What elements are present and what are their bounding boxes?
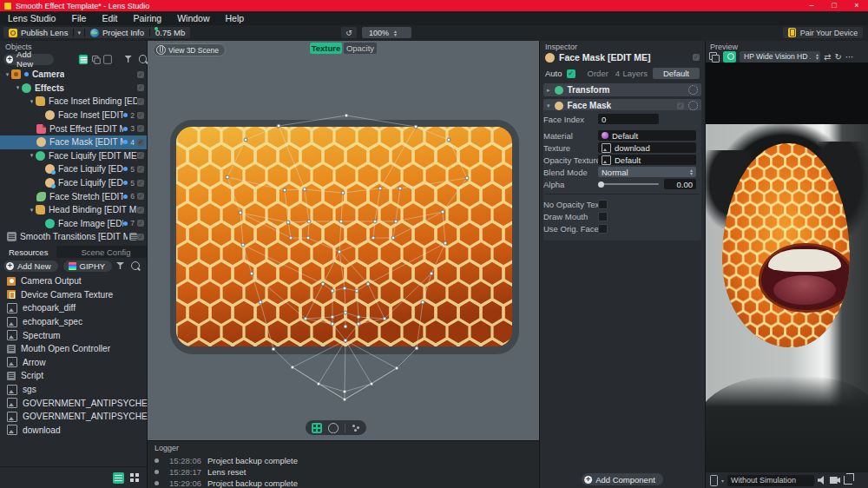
record-icon[interactable] (830, 477, 840, 484)
filter-icon[interactable] (116, 262, 124, 269)
device-preview-icon[interactable] (710, 475, 718, 486)
screens-icon[interactable] (709, 52, 720, 62)
loop-icon[interactable]: ⇄ (824, 52, 831, 62)
camera-device-select[interactable]: HP Wide Vision HD ... ▴▾ (740, 51, 820, 63)
resource-item[interactable]: sgs (0, 383, 147, 397)
tab-texture[interactable]: Texture (310, 43, 342, 54)
tree-item-face-inset-binding[interactable]: ▾ Face Inset Binding [EDIT ME] ✓ (0, 95, 147, 109)
collapse-arrow[interactable]: ▾ (547, 102, 550, 109)
webcam-source-icon[interactable] (723, 51, 736, 63)
layers-default-button[interactable]: Default (653, 68, 700, 79)
indent-view-icon[interactable] (103, 55, 112, 63)
pair-your-device-button[interactable]: Pair Your Device (783, 27, 863, 38)
scene-view[interactable]: View 3D Scene Texture Opacity (148, 41, 539, 440)
blend-mode-stepper[interactable]: ▴▾ (690, 168, 693, 175)
face-index-input[interactable]: 0 (598, 114, 659, 124)
draw-mouth-checkbox[interactable] (598, 212, 608, 221)
enabled-toggle[interactable]: ✓ (137, 220, 144, 227)
resource-item[interactable]: Spectrum (0, 328, 147, 342)
tree-item-face-liquify[interactable]: ▾ Face Liquify [EDIT ME] ✓ (0, 149, 147, 163)
enabled-toggle[interactable]: ✓ (137, 193, 144, 200)
expand-arrow[interactable]: ▾ (3, 71, 11, 78)
log-row[interactable]: 15:29:06 Project backup complete (148, 478, 539, 488)
tree-item-face-liquify-child[interactable]: Face Liquify [EDIT M 5 ✓ (0, 162, 147, 176)
face-outline-toggle[interactable] (328, 423, 339, 433)
menu-pairing[interactable]: Pairing (125, 11, 169, 25)
use-orig-face-checkbox[interactable] (598, 224, 608, 234)
entity-enabled-toggle[interactable]: ✓ (693, 54, 700, 61)
resource-item[interactable]: Script (0, 369, 147, 383)
giphy-button[interactable]: GIPHY (63, 260, 113, 272)
enabled-toggle[interactable]: ✓ (137, 125, 144, 132)
enabled-toggle[interactable]: ✓ (137, 84, 144, 91)
reset-preview-icon[interactable]: ↻ (834, 52, 841, 62)
expand-arrow[interactable]: ▾ (28, 207, 36, 214)
enabled-toggle[interactable]: ✓ (137, 71, 144, 78)
list-view-toggle[interactable] (113, 472, 124, 484)
alpha-value-input[interactable]: 0.00 (664, 179, 696, 189)
tree-item-face-image[interactable]: Face Image [EDIT M 7 ✓ (0, 217, 147, 231)
enabled-toggle[interactable]: ✓ (137, 139, 144, 146)
no-opacity-checkbox[interactable] (598, 200, 608, 209)
snapshot-icon[interactable] (844, 476, 852, 485)
auto-checkbox[interactable]: ✓ (567, 69, 575, 78)
more-options-icon[interactable]: ⋯ (845, 52, 854, 62)
tree-item-effects[interactable]: ▾ Effects ✓ (0, 82, 147, 96)
publish-dropdown-button[interactable]: ▾ (74, 27, 84, 38)
enabled-toggle[interactable]: ✓ (137, 180, 144, 187)
filter-icon[interactable] (125, 56, 132, 63)
search-icon[interactable] (131, 261, 140, 270)
honeycomb-texture[interactable] (176, 127, 512, 346)
device-chevron-icon[interactable]: ▾ (721, 478, 724, 484)
tree-item-face-liquify-child[interactable]: Face Liquify [EDIT M 5 ✓ (0, 176, 147, 190)
mesh-points-toggle[interactable] (352, 424, 360, 432)
add-component-button[interactable]: + Add Component (582, 473, 663, 485)
menu-help[interactable]: Help (218, 11, 253, 25)
opacity-texture-field[interactable]: Default (598, 155, 696, 165)
publish-lens-button[interactable]: Publish Lens (3, 27, 73, 38)
expand-arrow[interactable]: ▾ (14, 84, 22, 91)
minimize-button[interactable]: – (800, 0, 823, 11)
tree-item-camera[interactable]: ▾ Camera ✓ (0, 68, 147, 82)
zoom-select[interactable]: 100% ▴▾ (362, 27, 411, 38)
resource-item[interactable]: download (0, 424, 147, 438)
expand-arrow[interactable]: ▾ (28, 98, 36, 105)
menu-file[interactable]: File (63, 11, 94, 25)
zoom-stepper[interactable]: ▴▾ (394, 30, 397, 36)
search-icon[interactable] (139, 55, 147, 63)
enabled-toggle[interactable]: ✓ (137, 234, 144, 241)
logger-rows[interactable]: 15:28:06 Project backup complete 15:28:1… (148, 455, 539, 488)
audio-icon[interactable] (818, 476, 826, 485)
enabled-toggle[interactable]: ✓ (137, 98, 144, 105)
resource-item[interactable]: Device Camera Texture (0, 288, 147, 302)
enabled-toggle[interactable]: ✓ (137, 166, 144, 173)
enabled-toggle[interactable]: ✓ (137, 152, 144, 159)
enabled-toggle[interactable]: ✓ (137, 207, 144, 214)
view-3d-scene-button[interactable]: View 3D Scene (153, 43, 226, 56)
tab-opacity[interactable]: Opacity (344, 43, 377, 54)
tree-item-head-binding[interactable]: ▾ Head Binding [EDIT ME] ✓ (0, 203, 147, 217)
layers-view-icon[interactable] (92, 56, 100, 63)
objects-add-new-button[interactable]: + Add New (3, 54, 54, 65)
resource-item[interactable]: echopark_diff (0, 301, 147, 315)
material-field[interactable]: Default (598, 130, 696, 141)
project-info-button[interactable]: Project Info (85, 27, 149, 38)
simulation-select[interactable]: Without Simulation (727, 475, 814, 486)
gear-icon[interactable] (688, 85, 698, 95)
tree-item-face-inset[interactable]: Face Inset [EDIT ME 2 ✓ (0, 109, 147, 122)
transform-section-header[interactable]: ▸ Transform (543, 83, 701, 96)
history-button[interactable]: ↺ (341, 27, 357, 38)
menu-lens-studio[interactable]: Lens Studio (0, 11, 63, 25)
blend-mode-select[interactable]: Normal ▴▾ (598, 167, 696, 177)
tree-item-face-mask-selected[interactable]: Face Mask [EDIT ME] 4 ✓ (0, 135, 147, 149)
texture-field[interactable]: download (598, 142, 696, 153)
resource-item[interactable]: Arrow (0, 356, 147, 370)
gear-icon[interactable] (688, 101, 698, 110)
menu-edit[interactable]: Edit (94, 11, 125, 25)
log-row[interactable]: 15:28:17 Lens reset (148, 466, 539, 478)
resource-item[interactable]: Mouth Open Controller (0, 342, 147, 356)
camera-device-stepper[interactable]: ▴▾ (816, 53, 819, 60)
tree-item-smooth-transitions[interactable]: Smooth Transitions [EDIT M ✓ (0, 230, 147, 244)
enabled-toggle[interactable]: ✓ (137, 112, 144, 119)
tree-item-post-effect[interactable]: Post Effect [EDIT ME] 3 ✓ (0, 122, 147, 135)
